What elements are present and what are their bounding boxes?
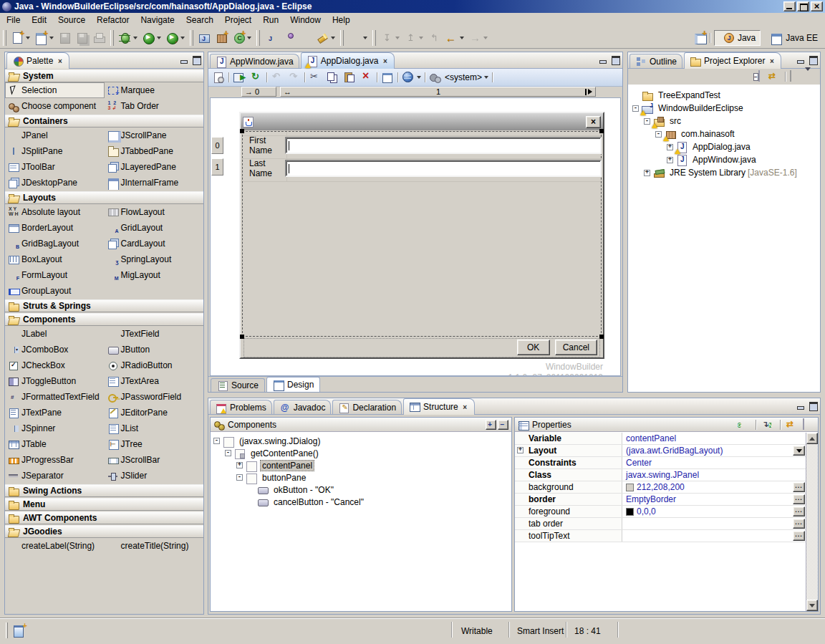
palette-item[interactable]: JList bbox=[105, 420, 204, 436]
value-ellipsis-button[interactable] bbox=[793, 519, 805, 529]
dropdown-arrow-icon[interactable] bbox=[247, 37, 251, 39]
perspective-button[interactable]: Java EE bbox=[763, 30, 822, 46]
palette-item[interactable]: FormLayout bbox=[5, 267, 105, 283]
component-tree-row[interactable]: + contentPanel bbox=[211, 459, 511, 471]
palette-item[interactable]: Marquee bbox=[105, 82, 204, 98]
view-tab[interactable]: Outline bbox=[629, 54, 682, 68]
toolbar-grip[interactable] bbox=[340, 30, 344, 46]
palette-item[interactable]: JScrollBar bbox=[105, 452, 204, 468]
dropdown-arrow-icon[interactable] bbox=[49, 37, 54, 39]
toolbar-grip[interactable] bbox=[3, 30, 6, 46]
tree-expander-icon[interactable]: + bbox=[667, 144, 673, 150]
palette-category-header[interactable]: Swing Actions bbox=[5, 484, 203, 497]
design-tool-button[interactable] bbox=[269, 69, 285, 85]
toolbar-button[interactable] bbox=[140, 29, 163, 47]
show-events-icon[interactable] bbox=[762, 419, 774, 431]
property-row[interactable]: Constraints Center bbox=[515, 457, 806, 469]
toolbar-button[interactable] bbox=[33, 29, 55, 47]
row-header-1[interactable]: 1 bbox=[211, 158, 223, 176]
minimize-view-icon[interactable] bbox=[598, 55, 607, 64]
minimize-view-icon[interactable] bbox=[796, 55, 805, 64]
menu-item[interactable]: Search bbox=[180, 14, 219, 27]
palette-category-header[interactable]: Containers bbox=[5, 115, 203, 128]
perspective-button[interactable]: Java bbox=[714, 30, 761, 46]
tree-expander-icon[interactable]: - bbox=[236, 474, 243, 481]
column-header-0[interactable]: → 0 bbox=[241, 87, 276, 97]
dropdown-arrow-icon[interactable] bbox=[133, 37, 138, 39]
property-value[interactable]: Center bbox=[622, 457, 806, 468]
dropdown-arrow-icon[interactable] bbox=[484, 76, 488, 79]
palette-item[interactable]: JCheckBox bbox=[5, 357, 105, 373]
toolbar-button[interactable] bbox=[426, 29, 442, 47]
view-tab[interactable]: Declaration bbox=[332, 400, 402, 414]
palette-category-header[interactable]: Struts & Springs bbox=[5, 299, 203, 312]
focus-icon[interactable] bbox=[790, 71, 802, 82]
palette-item[interactable]: JLabel bbox=[5, 326, 105, 342]
toolbar-button[interactable] bbox=[314, 29, 337, 47]
property-row[interactable]: toolTipText bbox=[515, 530, 806, 542]
menu-item[interactable]: Source bbox=[52, 14, 91, 27]
collapse-all-icon[interactable] bbox=[498, 420, 508, 430]
toolbar-button[interactable] bbox=[280, 29, 296, 47]
palette-item[interactable]: JTextPane bbox=[5, 405, 105, 420]
design-tool-button[interactable] bbox=[342, 69, 357, 85]
tree-expander-icon[interactable]: - bbox=[632, 105, 639, 112]
palette-item[interactable]: JComboBox bbox=[5, 342, 105, 357]
toolbar-button[interactable] bbox=[402, 29, 425, 47]
design-tool-button[interactable] bbox=[231, 69, 247, 85]
palette-category-header[interactable]: Components bbox=[5, 313, 203, 326]
palette-item[interactable]: JPanel bbox=[5, 128, 105, 143]
collapse-all-icon[interactable] bbox=[753, 71, 766, 82]
tree-row[interactable]: + JRE System Library [JavaSE-1.6] bbox=[628, 166, 820, 179]
dialog-button[interactable]: OK bbox=[517, 340, 550, 355]
component-tree-row[interactable]: okButton - "OK" bbox=[211, 484, 511, 496]
value-ellipsis-button[interactable] bbox=[793, 506, 805, 516]
tree-expander-icon[interactable]: - bbox=[644, 118, 650, 125]
tree-expander-icon[interactable]: - bbox=[213, 438, 220, 444]
palette-item[interactable]: JSlider bbox=[105, 468, 204, 484]
editor-tab[interactable]: AppDialog.java bbox=[301, 52, 395, 69]
close-icon[interactable] bbox=[381, 57, 389, 65]
view-tab[interactable]: Problems bbox=[210, 400, 272, 414]
tree-row[interactable]: - src bbox=[628, 115, 820, 128]
property-row[interactable]: Variable contentPanel bbox=[515, 433, 806, 445]
scroll-down-icon[interactable] bbox=[806, 600, 818, 611]
palette-category-header[interactable]: Layouts bbox=[5, 191, 203, 204]
palette-item[interactable]: JTabbedPane bbox=[105, 143, 204, 159]
palette-item[interactable]: JDesktopPane bbox=[5, 175, 105, 191]
selection-handle[interactable] bbox=[240, 335, 244, 339]
maximize-button[interactable] bbox=[797, 1, 809, 11]
selection-handle[interactable] bbox=[599, 129, 604, 133]
value-ellipsis-button[interactable] bbox=[793, 531, 805, 541]
minimize-button[interactable] bbox=[783, 1, 796, 11]
palette-category-header[interactable]: JGoodies bbox=[5, 525, 203, 538]
editor-mode-tab[interactable]: Source bbox=[211, 378, 265, 392]
selection-handle[interactable] bbox=[240, 129, 244, 133]
palette-item[interactable]: JTable bbox=[5, 436, 105, 452]
goto-source-icon[interactable] bbox=[738, 419, 750, 431]
palette-item[interactable]: JEditorPane bbox=[105, 405, 204, 420]
fast-view-icon[interactable] bbox=[13, 624, 26, 637]
dropdown-arrow-icon[interactable] bbox=[395, 37, 400, 39]
toolbar-button[interactable] bbox=[164, 29, 186, 47]
toolbar-button[interactable] bbox=[213, 29, 229, 47]
palette-category-header[interactable]: AWT Components bbox=[5, 511, 203, 524]
toolbar-button[interactable] bbox=[74, 29, 90, 47]
property-value[interactable] bbox=[622, 518, 806, 529]
palette-item[interactable]: BoxLayout bbox=[5, 251, 105, 267]
dropdown-arrow-icon[interactable] bbox=[417, 76, 421, 79]
palette-item[interactable]: createLabel(String) bbox=[5, 538, 105, 554]
toolbar-button[interactable] bbox=[231, 29, 253, 47]
palette-item[interactable]: JSpinner bbox=[5, 420, 105, 436]
menu-item[interactable]: Help bbox=[327, 14, 356, 27]
design-tool-button[interactable]: <system> bbox=[428, 69, 490, 85]
palette-item[interactable]: SpringLayout bbox=[105, 251, 204, 267]
palette-item[interactable]: JButton bbox=[105, 342, 204, 357]
tree-row[interactable]: + AppWindow.java bbox=[628, 153, 820, 166]
palette-item[interactable]: MigLayout bbox=[105, 267, 204, 283]
tree-row[interactable]: TreeExpandTest bbox=[628, 89, 820, 102]
menu-item[interactable]: Window bbox=[284, 14, 327, 27]
property-value[interactable] bbox=[622, 530, 806, 542]
palette-category-header[interactable]: System bbox=[5, 69, 203, 82]
maximize-view-icon[interactable] bbox=[809, 401, 818, 410]
